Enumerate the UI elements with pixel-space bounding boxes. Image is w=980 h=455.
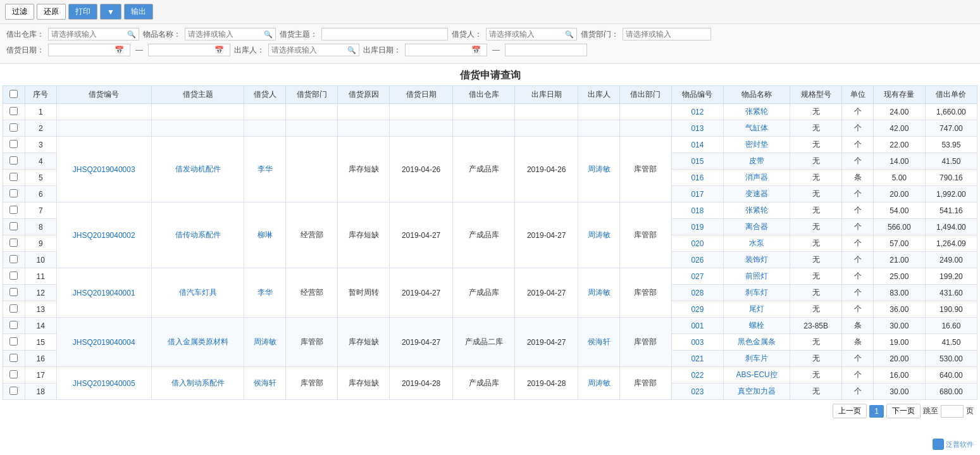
item-link[interactable]: 张紧轮 <box>745 107 768 116</box>
borrow-no-link[interactable]: JHSQ2019040003 <box>73 165 135 174</box>
item-link[interactable]: 028 <box>691 289 704 297</box>
item-link[interactable]: 黑色金属条 <box>738 337 776 346</box>
borrow-dept-input[interactable] <box>626 30 702 39</box>
cell-unit: 条 <box>842 334 874 351</box>
cell-qty: 20.00 <box>873 351 925 367</box>
print-button[interactable]: 打印 <box>68 4 97 20</box>
borrow-date-end-wrap: 📅 <box>148 44 230 56</box>
item-link[interactable]: 015 <box>691 157 704 166</box>
item-link[interactable]: 013 <box>691 124 704 133</box>
borrower-search-icon[interactable]: 🔍 <box>565 30 574 39</box>
select-all-checkbox[interactable] <box>9 90 18 98</box>
item-link[interactable]: 气缸体 <box>745 123 768 132</box>
item-link[interactable]: 螺栓 <box>749 321 764 330</box>
reset-button[interactable]: 还原 <box>37 4 66 20</box>
row-checkbox[interactable] <box>9 189 18 197</box>
item-link[interactable]: 017 <box>691 190 704 199</box>
export-button[interactable]: 输出 <box>124 4 153 20</box>
cell-out-dept <box>619 104 671 120</box>
cell-borrow-no <box>56 120 151 137</box>
item-link[interactable]: 变速器 <box>745 189 768 198</box>
row-checkbox[interactable] <box>9 370 18 378</box>
item-link[interactable]: 尾灯 <box>749 304 764 313</box>
item-link[interactable]: 前照灯 <box>745 271 768 280</box>
outbound-date-start-input[interactable] <box>408 46 471 54</box>
item-link[interactable]: 离合器 <box>745 222 768 231</box>
borrow-date-end-calendar-icon[interactable]: 📅 <box>214 46 224 54</box>
item-link[interactable]: 012 <box>691 108 704 116</box>
item-link[interactable]: 018 <box>691 206 704 215</box>
item-link[interactable]: 003 <box>691 338 704 347</box>
item-link[interactable]: 027 <box>691 272 704 281</box>
goto-input[interactable] <box>941 405 964 418</box>
filter-button[interactable]: 过滤 <box>5 4 34 20</box>
borrow-no-link[interactable]: JHSQ2019040004 <box>73 338 135 347</box>
row-checkbox[interactable] <box>9 304 18 313</box>
row-checkbox[interactable] <box>9 140 18 148</box>
item-link[interactable]: 029 <box>691 305 704 314</box>
item-link[interactable]: 消声器 <box>745 173 768 182</box>
cell-item-name: ABS-ECU控 <box>723 367 790 383</box>
borrow-date-start-calendar-icon[interactable]: 📅 <box>115 46 124 54</box>
outbound-date-end-input[interactable] <box>508 46 571 54</box>
row-checkbox[interactable] <box>9 206 18 214</box>
cell-reason: 库存短缺 <box>338 318 390 367</box>
item-link[interactable]: 001 <box>691 321 704 330</box>
table-row: 14JHSQ2019040004借入金属类原材料周涛敏库管部库存短缺2019-0… <box>3 318 977 334</box>
cell-out-dept: 库管部 <box>619 137 671 203</box>
outbound-person-search-icon[interactable]: 🔍 <box>347 46 356 54</box>
row-checkbox[interactable] <box>9 255 18 263</box>
cell-spec: 无 <box>790 367 842 383</box>
item-link[interactable]: 023 <box>691 387 704 396</box>
row-checkbox[interactable] <box>9 222 18 230</box>
item-name-input[interactable] <box>188 30 264 39</box>
row-checkbox[interactable] <box>9 354 18 362</box>
next-page-button[interactable]: 下一页 <box>886 404 921 418</box>
item-link[interactable]: 水泵 <box>749 239 764 247</box>
cell-seq: 10 <box>25 252 56 268</box>
borrower-input[interactable] <box>489 30 565 39</box>
borrow-no-link[interactable]: JHSQ2019040001 <box>73 289 135 297</box>
item-link[interactable]: 021 <box>691 354 704 363</box>
item-link[interactable]: 密封垫 <box>745 140 768 149</box>
item-link[interactable]: 装饰灯 <box>745 255 768 264</box>
cell-borrower: 周涛敏 <box>244 318 286 367</box>
prev-page-button[interactable]: 上一页 <box>833 404 867 418</box>
outbound-person-input[interactable] <box>271 46 347 54</box>
item-link[interactable]: 019 <box>691 223 704 232</box>
row-checkbox[interactable] <box>9 107 18 115</box>
borrow-no-link[interactable]: JHSQ2019040005 <box>73 379 135 388</box>
row-checkbox[interactable] <box>9 123 18 132</box>
borrow-date-start-input[interactable] <box>51 46 115 54</box>
row-checkbox[interactable] <box>9 239 18 247</box>
cell-borrow-no: JHSQ2019040001 <box>56 268 151 318</box>
borrow-date-end-input[interactable] <box>151 46 214 54</box>
item-link[interactable]: 020 <box>691 239 704 248</box>
borrow-no-link[interactable]: JHSQ2019040002 <box>73 231 135 240</box>
item-link[interactable]: 022 <box>691 371 704 380</box>
outbound-date-start-calendar-icon[interactable]: 📅 <box>471 46 481 54</box>
item-link[interactable]: 真空加力器 <box>738 387 776 396</box>
item-name-search-icon[interactable]: 🔍 <box>264 30 273 39</box>
row-checkbox[interactable] <box>9 288 18 296</box>
borrow-subject-input[interactable] <box>321 28 448 41</box>
row-checkbox[interactable] <box>9 337 18 346</box>
borrow-warehouse-input[interactable] <box>51 30 127 39</box>
item-link[interactable]: 026 <box>691 256 704 265</box>
cell-seq: 4 <box>25 153 56 170</box>
print-arrow-button[interactable]: ▼ <box>100 4 121 20</box>
cell-item-name: 真空加力器 <box>723 383 790 400</box>
item-link[interactable]: 张紧轮 <box>745 206 768 215</box>
row-checkbox[interactable] <box>9 271 18 280</box>
item-link[interactable]: 皮带 <box>749 156 764 165</box>
row-checkbox[interactable] <box>9 173 18 181</box>
row-checkbox[interactable] <box>9 321 18 329</box>
item-link[interactable]: 刹车片 <box>745 354 768 363</box>
borrow-warehouse-search-icon[interactable]: 🔍 <box>127 30 136 39</box>
item-link[interactable]: 016 <box>691 173 704 182</box>
item-link[interactable]: 014 <box>691 140 704 149</box>
row-checkbox[interactable] <box>9 156 18 165</box>
row-checkbox[interactable] <box>9 387 18 395</box>
item-link[interactable]: 刹车灯 <box>745 288 768 297</box>
item-link[interactable]: ABS-ECU控 <box>736 370 777 379</box>
